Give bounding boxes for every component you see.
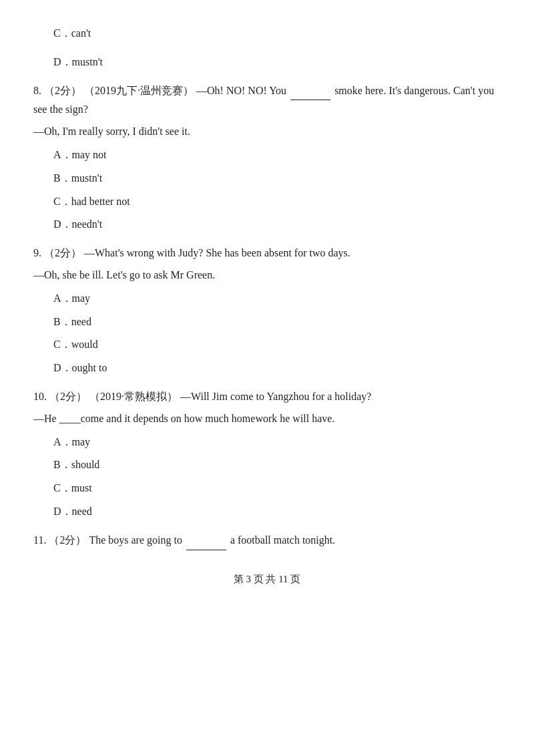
q10-source: （2019·常熟模拟） xyxy=(89,391,178,402)
q10-number: 10. xyxy=(33,391,47,402)
q9-text-before: —What's wrong with Judy? She has been ab… xyxy=(84,247,350,258)
question-8: 8. （2分） （2019九下·温州竞赛） —Oh! NO! NO! You s… xyxy=(33,81,501,235)
q9-option-b: B．need xyxy=(53,313,501,332)
q11-text-after: a football match tonight. xyxy=(230,534,335,546)
q8-option-d: D．needn't xyxy=(53,215,501,234)
q8-sub-text: —Oh, I'm really sorry, I didn't see it. xyxy=(33,122,501,142)
q8-source: （2019九下·温州竞赛） xyxy=(84,85,194,96)
question-9: 9. （2分） —What's wrong with Judy? She has… xyxy=(33,244,501,378)
q10-option-d: D．need xyxy=(53,502,501,522)
q9-points: （2分） xyxy=(44,247,81,258)
q8-points: （2分） xyxy=(44,85,81,96)
q8-option-c: C．had better not xyxy=(53,192,501,212)
question-11-text: 11. （2分） The boys are going to a footbal… xyxy=(33,531,501,550)
top-d-option: D．mustn't xyxy=(33,53,501,72)
q10-option-c: C．must xyxy=(53,479,501,498)
q10-text-before: —Will Jim come to Yangzhou for a holiday… xyxy=(180,391,371,402)
q11-number: 11. xyxy=(33,534,46,546)
q10-option-b: B．should xyxy=(53,455,501,475)
q8-option-a: A．may not xyxy=(53,146,501,165)
question-11: 11. （2分） The boys are going to a footbal… xyxy=(33,531,501,550)
q9-option-d: D．ought to xyxy=(53,359,501,378)
q11-points: （2分） xyxy=(49,534,86,546)
q9-option-a: A．may xyxy=(53,289,501,309)
q9-option-c: C．would xyxy=(53,335,501,355)
q8-text-before: —Oh! NO! NO! You xyxy=(196,85,286,96)
q8-option-b: B．mustn't xyxy=(53,169,501,188)
q8-number: 8. xyxy=(33,85,41,96)
option-c: C．can't xyxy=(53,24,501,43)
q9-number: 9. xyxy=(33,247,41,258)
option-d: D．mustn't xyxy=(53,53,501,72)
q11-blank xyxy=(186,550,226,550)
q10-points: （2分） xyxy=(49,391,87,402)
q8-blank xyxy=(290,100,330,100)
page-footer: 第 3 页 共 11 页 xyxy=(33,570,501,588)
q11-text-before: The boys are going to xyxy=(89,534,182,546)
footer-text: 第 3 页 共 11 页 xyxy=(234,574,301,584)
question-10-text: 10. （2分） （2019·常熟模拟） —Will Jim come to Y… xyxy=(33,387,501,407)
q10-sub-text: —He ____come and it depends on how much … xyxy=(33,409,501,429)
question-10: 10. （2分） （2019·常熟模拟） —Will Jim come to Y… xyxy=(33,387,501,522)
q10-option-a: A．may xyxy=(53,433,501,452)
top-c-option: C．can't xyxy=(33,24,501,43)
q9-sub-text: —Oh, she be ill. Let's go to ask Mr Gree… xyxy=(33,266,501,285)
question-9-text: 9. （2分） —What's wrong with Judy? She has… xyxy=(33,244,501,263)
question-8-text: 8. （2分） （2019九下·温州竞赛） —Oh! NO! NO! You s… xyxy=(33,81,501,120)
